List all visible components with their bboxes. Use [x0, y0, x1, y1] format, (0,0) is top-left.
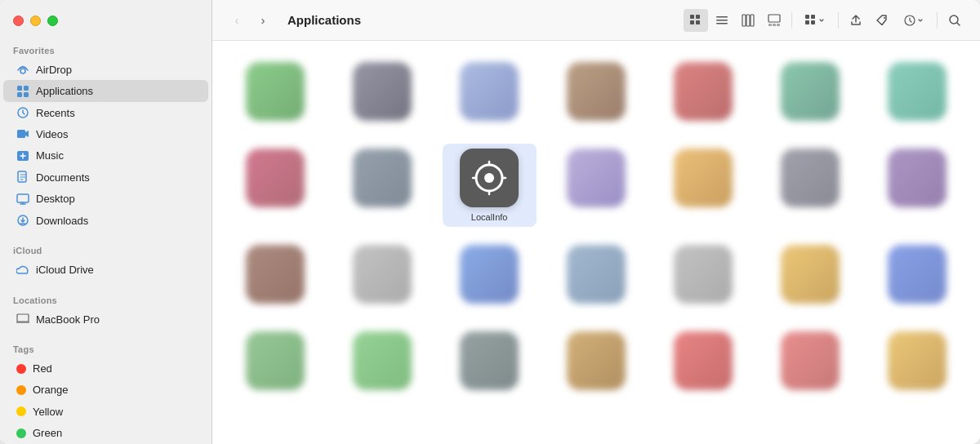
list-item[interactable]	[870, 240, 964, 313]
app-icon	[567, 62, 626, 121]
svg-rect-23	[768, 24, 772, 26]
svg-rect-14	[690, 20, 694, 24]
app-icon	[888, 149, 947, 207]
localinfo-label: LocalInfo	[471, 212, 508, 222]
app-icon	[674, 149, 733, 207]
list-item[interactable]	[229, 57, 323, 131]
sidebar-item-recents[interactable]: Recents	[3, 102, 208, 123]
list-item[interactable]	[870, 326, 964, 400]
sidebar-item-tag-orange[interactable]: Orange	[3, 380, 208, 401]
view-list-button[interactable]	[710, 9, 734, 32]
app-icon	[888, 331, 947, 390]
svg-rect-25	[777, 24, 780, 26]
list-item[interactable]	[763, 326, 857, 400]
list-item[interactable]	[763, 57, 857, 131]
svg-rect-29	[811, 20, 815, 24]
list-item[interactable]	[550, 57, 644, 131]
downloads-icon	[16, 214, 29, 227]
list-item[interactable]	[443, 57, 537, 131]
maximize-button[interactable]	[47, 16, 58, 26]
list-item[interactable]	[870, 144, 964, 227]
list-item[interactable]	[336, 144, 430, 227]
svg-rect-19	[742, 15, 746, 26]
list-item[interactable]	[656, 240, 750, 313]
svg-rect-9	[17, 194, 29, 202]
svg-rect-22	[768, 15, 780, 22]
downloads-label: Downloads	[36, 215, 88, 227]
app-icon	[674, 62, 733, 121]
sidebar-item-videos[interactable]: Videos	[3, 123, 208, 144]
action-button[interactable]	[896, 9, 932, 32]
list-item[interactable]	[656, 144, 750, 227]
list-item[interactable]	[656, 326, 750, 400]
list-item[interactable]	[550, 240, 644, 313]
music-label: Music	[36, 149, 64, 162]
app-icon	[888, 62, 947, 121]
sidebar: Favorites AirDrop	[0, 0, 212, 444]
documents-icon	[16, 171, 29, 184]
view-column-button[interactable]	[736, 9, 760, 32]
search-button[interactable]	[942, 9, 967, 32]
list-item[interactable]	[550, 326, 644, 400]
app-icon	[567, 149, 626, 207]
sidebar-item-downloads[interactable]: Downloads	[3, 210, 208, 231]
list-item[interactable]	[870, 57, 964, 131]
tag-button[interactable]	[870, 9, 894, 32]
svg-rect-15	[696, 20, 700, 24]
music-icon	[16, 149, 29, 162]
svg-rect-6	[17, 130, 25, 138]
toolbar: ‹ › Applications	[212, 0, 980, 41]
svg-point-0	[20, 69, 25, 73]
list-item[interactable]	[443, 326, 537, 400]
locations-section-label: Locations	[0, 289, 212, 309]
sidebar-item-tag-yellow[interactable]: Yellow	[3, 401, 208, 422]
list-item[interactable]	[550, 144, 644, 227]
tags-section-label: Tags	[0, 338, 212, 357]
view-icon-button[interactable]	[684, 9, 708, 32]
list-item[interactable]	[229, 240, 323, 313]
separator-1	[791, 12, 792, 29]
list-item[interactable]	[763, 240, 857, 313]
back-button[interactable]: ‹	[225, 9, 248, 32]
desktop-label: Desktop	[36, 193, 75, 205]
list-item[interactable]	[336, 240, 430, 313]
list-item[interactable]	[443, 240, 537, 313]
sidebar-item-tag-green[interactable]: Green	[3, 423, 208, 444]
svg-rect-3	[17, 92, 22, 97]
list-item[interactable]	[229, 326, 323, 400]
separator-2	[838, 12, 839, 29]
sidebar-item-documents[interactable]: Documents	[3, 166, 208, 188]
app-icon	[781, 245, 840, 304]
sidebar-item-airdrop[interactable]: AirDrop	[3, 59, 208, 80]
share-button[interactable]	[844, 9, 868, 32]
app-icon	[246, 245, 305, 304]
icloud-section-label: iCloud	[0, 239, 212, 259]
sidebar-item-macbook-pro[interactable]: MacBook Pro	[3, 309, 208, 330]
app-icon	[888, 245, 947, 304]
close-button[interactable]	[13, 16, 24, 26]
svg-rect-1	[17, 86, 22, 91]
sidebar-item-music[interactable]: Music	[3, 145, 208, 166]
list-item[interactable]	[656, 57, 750, 131]
list-item[interactable]	[336, 326, 430, 400]
list-item[interactable]	[229, 144, 323, 227]
sidebar-item-desktop[interactable]: Desktop	[3, 189, 208, 210]
sidebar-item-icloud-drive[interactable]: iCloud Drive	[3, 259, 208, 280]
svg-rect-28	[805, 20, 809, 24]
minimize-button[interactable]	[30, 16, 41, 26]
group-button[interactable]	[797, 9, 833, 32]
sidebar-item-tag-red[interactable]: Red	[3, 357, 208, 379]
localinfo-app-item[interactable]: LocalInfo	[443, 144, 537, 227]
recents-icon	[16, 106, 29, 119]
svg-rect-11	[17, 314, 29, 322]
view-gallery-button[interactable]	[762, 9, 786, 32]
videos-label: Videos	[36, 128, 69, 140]
app-icon	[246, 62, 305, 121]
forward-button[interactable]: ›	[252, 9, 274, 32]
list-item[interactable]	[763, 144, 857, 227]
localinfo-icon	[460, 149, 519, 207]
sidebar-item-applications[interactable]: Applications	[3, 80, 208, 101]
list-item[interactable]	[336, 57, 430, 131]
icloud-drive-label: iCloud Drive	[36, 264, 94, 276]
app-icon	[460, 331, 519, 390]
